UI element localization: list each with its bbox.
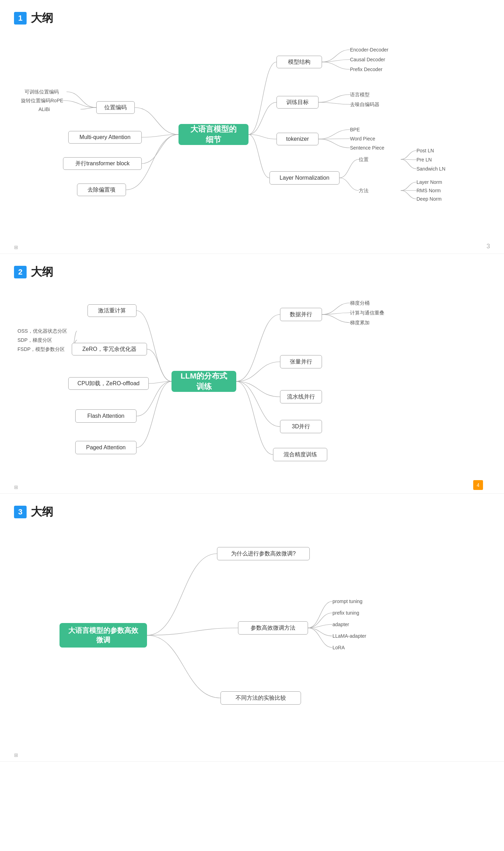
node-bias: 去除偏置项 bbox=[77, 184, 126, 196]
section-3-title: 大纲 bbox=[31, 504, 53, 520]
node3-adapter: adapter bbox=[332, 622, 349, 627]
node2-grad_bucket: 梯度分桶 bbox=[350, 300, 370, 306]
node-postln: Post LN bbox=[416, 148, 434, 153]
center-node-2: LLM的分布式训练 bbox=[172, 371, 236, 392]
node-deepnorm: Deep Norm bbox=[416, 196, 442, 202]
mindmap-1: 大语言模型的细节模型结构Encoder-DecoderCausal Decode… bbox=[14, 36, 490, 233]
node-sentence: Sentence Piece bbox=[350, 145, 384, 151]
node3-why: 为什么进行参数高效微调? bbox=[217, 547, 310, 560]
node2-pipeline: 流水线并行 bbox=[280, 390, 322, 403]
section-3: 3 大纲 大语言模型的参数高效微调为什么进行参数高效微调?参数高效微调方法pro… bbox=[0, 494, 504, 762]
node-trainable_pos: 可训练位置编码 bbox=[24, 89, 59, 95]
node2-cpu: CPU卸载，ZeRO-offload bbox=[68, 377, 149, 390]
node2-paged: Paged Attention bbox=[75, 441, 136, 454]
node-sandwich: Sandwich LN bbox=[416, 166, 446, 172]
node-rope: 旋转位置编码RoPE bbox=[21, 98, 63, 104]
node-enc_dec: Encoder-Decoder bbox=[350, 47, 388, 53]
node2-sdp: SDP，梯度分区 bbox=[18, 337, 52, 344]
center-node-3: 大语言模型的参数高效微调 bbox=[59, 623, 147, 648]
mindmap-2: LLM的分布式训练激活重计算ZeRO，零冗余优化器OSS，优化器状态分区SDP，… bbox=[14, 290, 490, 472]
node-parallel: 并行transformer block bbox=[63, 157, 142, 170]
node2-overlap: 计算与通信重叠 bbox=[350, 310, 384, 316]
section-2-header: 2 大纲 bbox=[14, 264, 490, 280]
node-train: 训练目标 bbox=[276, 96, 318, 109]
section-1-number: 1 bbox=[14, 12, 27, 25]
node2-fsdp: FSDP，模型参数分区 bbox=[18, 346, 65, 353]
node3-exp: 不同方法的实验比较 bbox=[220, 691, 301, 705]
node2-tensor: 张量并行 bbox=[280, 355, 322, 368]
node3-lora: LoRA bbox=[332, 645, 345, 650]
node2-act: 激活重计算 bbox=[88, 304, 136, 317]
node2-mixed: 混合精度训练 bbox=[273, 448, 327, 461]
page-num-1: 3 bbox=[486, 243, 490, 250]
node3-prompt: prompt tuning bbox=[332, 599, 363, 604]
node-lang: 语言模型 bbox=[350, 92, 370, 98]
section-2-number: 2 bbox=[14, 266, 27, 278]
node-causal: Causal Decoder bbox=[350, 57, 385, 62]
node-tokenizer: tokenizer bbox=[276, 133, 318, 145]
badge-4: 4 bbox=[473, 480, 483, 490]
node-prefix_dec: Prefix Decoder bbox=[350, 67, 383, 72]
node-pos_label: 位置 bbox=[359, 157, 369, 163]
node-preln: Pre LN bbox=[416, 157, 432, 162]
section-1: 1 大纲 大语言模型的细节模型结构Encoder-DecoderCausal D… bbox=[0, 0, 504, 254]
node-mqa: Multi-query Attention bbox=[68, 131, 142, 144]
node-bpe: BPE bbox=[350, 127, 360, 132]
node-method_label: 方法 bbox=[359, 188, 369, 194]
node-pos_enc: 位置编码 bbox=[96, 101, 135, 114]
section-1-title: 大纲 bbox=[31, 11, 53, 26]
node2-grad_acc: 梯度累加 bbox=[350, 320, 370, 326]
node2-flash: Flash Attention bbox=[75, 409, 136, 423]
node-alibi: ALiBi bbox=[38, 106, 50, 112]
node-denoising: 去噪自编码器 bbox=[350, 102, 379, 108]
node3-llama_adapter: LLaMA-adapter bbox=[332, 633, 366, 639]
section-2: 2 大纲 LLM的分布式训练激活重计算ZeRO，零冗余优化器OSS，优化器状态分… bbox=[0, 254, 504, 494]
node2-oss: OSS，优化器状态分区 bbox=[18, 328, 67, 334]
section-1-header: 1 大纲 bbox=[14, 11, 490, 26]
center-node-1: 大语言模型的细节 bbox=[178, 124, 248, 145]
node2-zero: ZeRO，零冗余优化器 bbox=[72, 343, 147, 355]
section-3-number: 3 bbox=[14, 506, 27, 518]
node-wordpiece: Word Piece bbox=[350, 136, 375, 141]
node-layernorm: Layer Normalization bbox=[270, 171, 340, 185]
corner-icon-3: ⊞ bbox=[14, 752, 18, 758]
mindmap-3: 大语言模型的参数高效微调为什么进行参数高效微调?参数高效微调方法prompt t… bbox=[14, 530, 490, 740]
node2-data: 数据并行 bbox=[280, 308, 322, 321]
node3-prefix: prefix tuning bbox=[332, 610, 359, 616]
section-3-header: 3 大纲 bbox=[14, 504, 490, 520]
node-layernorm2: Layer Norm bbox=[416, 179, 442, 185]
corner-icon-1: ⊞ bbox=[14, 244, 18, 250]
corner-icon-2: ⊞ bbox=[14, 484, 18, 490]
node-model: 模型结构 bbox=[276, 56, 322, 68]
node2-3dpar: 3D并行 bbox=[280, 420, 322, 433]
section-2-title: 大纲 bbox=[31, 264, 53, 280]
node3-method: 参数高效微调方法 bbox=[238, 621, 308, 635]
node-rmsnorm: RMS Norm bbox=[416, 188, 441, 193]
